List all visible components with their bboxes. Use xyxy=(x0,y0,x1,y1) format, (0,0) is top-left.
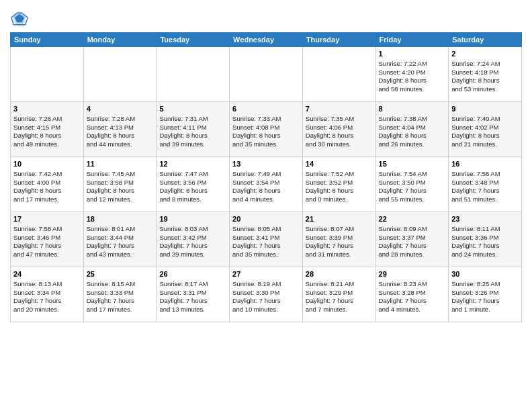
day-number: 12 xyxy=(159,159,226,169)
day-info: Sunrise: 7:40 AM Sunset: 4:02 PM Dayligh… xyxy=(451,115,519,149)
logo xyxy=(10,9,32,28)
day-number: 2 xyxy=(451,49,519,59)
calendar-header: SundayMondayTuesdayWednesdayThursdayFrid… xyxy=(11,33,522,47)
day-cell: 30Sunrise: 8:25 AM Sunset: 3:26 PM Dayli… xyxy=(449,267,522,322)
day-cell: 8Sunrise: 7:38 AM Sunset: 4:04 PM Daylig… xyxy=(375,102,449,157)
day-cell: 7Sunrise: 7:35 AM Sunset: 4:06 PM Daylig… xyxy=(302,102,375,157)
day-cell: 18Sunrise: 8:01 AM Sunset: 3:44 PM Dayli… xyxy=(83,212,157,267)
day-cell: 5Sunrise: 7:31 AM Sunset: 4:11 PM Daylig… xyxy=(157,102,230,157)
day-cell: 1Sunrise: 7:22 AM Sunset: 4:20 PM Daylig… xyxy=(375,47,449,102)
day-cell: 24Sunrise: 8:13 AM Sunset: 3:34 PM Dayli… xyxy=(11,267,84,322)
day-number: 18 xyxy=(87,214,154,224)
calendar: SundayMondayTuesdayWednesdayThursdayFrid… xyxy=(10,32,522,322)
day-number: 20 xyxy=(232,214,300,224)
weekday-thursday: Thursday xyxy=(302,33,375,47)
weekday-sunday: Sunday xyxy=(11,33,84,47)
day-cell: 16Sunrise: 7:56 AM Sunset: 3:48 PM Dayli… xyxy=(449,157,522,212)
day-number: 14 xyxy=(306,159,373,169)
day-cell: 17Sunrise: 7:58 AM Sunset: 3:46 PM Dayli… xyxy=(11,212,84,267)
logo-icon xyxy=(10,9,29,28)
day-info: Sunrise: 7:42 AM Sunset: 4:00 PM Dayligh… xyxy=(13,170,81,204)
day-number: 25 xyxy=(87,269,154,279)
page: SundayMondayTuesdayWednesdayThursdayFrid… xyxy=(0,0,532,411)
week-row-4: 17Sunrise: 7:58 AM Sunset: 3:46 PM Dayli… xyxy=(11,212,522,267)
weekday-saturday: Saturday xyxy=(449,33,522,47)
day-number: 28 xyxy=(306,269,373,279)
week-row-1: 1Sunrise: 7:22 AM Sunset: 4:20 PM Daylig… xyxy=(11,47,522,102)
day-info: Sunrise: 8:11 AM Sunset: 3:36 PM Dayligh… xyxy=(451,225,519,259)
day-cell: 15Sunrise: 7:54 AM Sunset: 3:50 PM Dayli… xyxy=(375,157,449,212)
day-info: Sunrise: 7:47 AM Sunset: 3:56 PM Dayligh… xyxy=(159,170,226,204)
day-number: 5 xyxy=(159,104,226,114)
day-cell: 28Sunrise: 8:21 AM Sunset: 3:29 PM Dayli… xyxy=(302,267,375,322)
day-cell: 3Sunrise: 7:26 AM Sunset: 4:15 PM Daylig… xyxy=(11,102,84,157)
day-number: 8 xyxy=(379,104,446,114)
day-info: Sunrise: 8:07 AM Sunset: 3:39 PM Dayligh… xyxy=(306,225,373,259)
day-cell: 10Sunrise: 7:42 AM Sunset: 4:00 PM Dayli… xyxy=(11,157,84,212)
weekday-monday: Monday xyxy=(83,33,157,47)
day-info: Sunrise: 7:35 AM Sunset: 4:06 PM Dayligh… xyxy=(306,115,373,149)
calendar-body: 1Sunrise: 7:22 AM Sunset: 4:20 PM Daylig… xyxy=(11,47,522,322)
day-info: Sunrise: 8:03 AM Sunset: 3:42 PM Dayligh… xyxy=(159,225,226,259)
day-number: 3 xyxy=(13,104,81,114)
day-info: Sunrise: 7:38 AM Sunset: 4:04 PM Dayligh… xyxy=(379,115,446,149)
day-info: Sunrise: 7:31 AM Sunset: 4:11 PM Dayligh… xyxy=(159,115,226,149)
day-info: Sunrise: 8:15 AM Sunset: 3:33 PM Dayligh… xyxy=(87,280,154,314)
day-number: 10 xyxy=(13,159,81,169)
weekday-wednesday: Wednesday xyxy=(230,33,303,47)
day-number: 11 xyxy=(87,159,154,169)
day-cell xyxy=(157,47,230,102)
day-cell: 27Sunrise: 8:19 AM Sunset: 3:30 PM Dayli… xyxy=(230,267,303,322)
day-info: Sunrise: 7:24 AM Sunset: 4:18 PM Dayligh… xyxy=(451,60,519,94)
day-number: 9 xyxy=(451,104,519,114)
day-cell: 6Sunrise: 7:33 AM Sunset: 4:08 PM Daylig… xyxy=(230,102,303,157)
day-cell: 25Sunrise: 8:15 AM Sunset: 3:33 PM Dayli… xyxy=(83,267,157,322)
weekday-row: SundayMondayTuesdayWednesdayThursdayFrid… xyxy=(11,33,522,47)
day-cell: 19Sunrise: 8:03 AM Sunset: 3:42 PM Dayli… xyxy=(157,212,230,267)
day-info: Sunrise: 8:05 AM Sunset: 3:41 PM Dayligh… xyxy=(232,225,300,259)
day-info: Sunrise: 7:54 AM Sunset: 3:50 PM Dayligh… xyxy=(379,170,446,204)
day-cell: 12Sunrise: 7:47 AM Sunset: 3:56 PM Dayli… xyxy=(157,157,230,212)
day-cell: 20Sunrise: 8:05 AM Sunset: 3:41 PM Dayli… xyxy=(230,212,303,267)
day-info: Sunrise: 8:19 AM Sunset: 3:30 PM Dayligh… xyxy=(232,280,300,314)
day-number: 27 xyxy=(232,269,300,279)
day-info: Sunrise: 7:33 AM Sunset: 4:08 PM Dayligh… xyxy=(232,115,300,149)
day-number: 24 xyxy=(13,269,81,279)
day-cell: 11Sunrise: 7:45 AM Sunset: 3:58 PM Dayli… xyxy=(83,157,157,212)
day-number: 16 xyxy=(451,159,519,169)
day-number: 13 xyxy=(232,159,300,169)
week-row-5: 24Sunrise: 8:13 AM Sunset: 3:34 PM Dayli… xyxy=(11,267,522,322)
day-info: Sunrise: 8:13 AM Sunset: 3:34 PM Dayligh… xyxy=(13,280,81,314)
day-cell: 29Sunrise: 8:23 AM Sunset: 3:28 PM Dayli… xyxy=(375,267,449,322)
day-cell: 9Sunrise: 7:40 AM Sunset: 4:02 PM Daylig… xyxy=(449,102,522,157)
day-cell: 14Sunrise: 7:52 AM Sunset: 3:52 PM Dayli… xyxy=(302,157,375,212)
day-number: 1 xyxy=(379,49,446,59)
day-cell: 4Sunrise: 7:28 AM Sunset: 4:13 PM Daylig… xyxy=(83,102,157,157)
day-number: 21 xyxy=(306,214,373,224)
week-row-2: 3Sunrise: 7:26 AM Sunset: 4:15 PM Daylig… xyxy=(11,102,522,157)
day-info: Sunrise: 8:23 AM Sunset: 3:28 PM Dayligh… xyxy=(379,280,446,314)
day-info: Sunrise: 8:01 AM Sunset: 3:44 PM Dayligh… xyxy=(87,225,154,259)
day-info: Sunrise: 7:56 AM Sunset: 3:48 PM Dayligh… xyxy=(451,170,519,204)
header-area xyxy=(10,7,522,28)
day-cell: 21Sunrise: 8:07 AM Sunset: 3:39 PM Dayli… xyxy=(302,212,375,267)
day-cell xyxy=(83,47,157,102)
day-info: Sunrise: 7:58 AM Sunset: 3:46 PM Dayligh… xyxy=(13,225,81,259)
day-number: 17 xyxy=(13,214,81,224)
day-info: Sunrise: 8:21 AM Sunset: 3:29 PM Dayligh… xyxy=(306,280,373,314)
day-info: Sunrise: 7:28 AM Sunset: 4:13 PM Dayligh… xyxy=(87,115,154,149)
day-info: Sunrise: 7:45 AM Sunset: 3:58 PM Dayligh… xyxy=(87,170,154,204)
day-number: 29 xyxy=(379,269,446,279)
day-cell xyxy=(302,47,375,102)
day-info: Sunrise: 8:17 AM Sunset: 3:31 PM Dayligh… xyxy=(159,280,226,314)
weekday-friday: Friday xyxy=(375,33,449,47)
weekday-tuesday: Tuesday xyxy=(157,33,230,47)
day-number: 19 xyxy=(159,214,226,224)
day-number: 15 xyxy=(379,159,446,169)
day-number: 4 xyxy=(87,104,154,114)
day-cell: 2Sunrise: 7:24 AM Sunset: 4:18 PM Daylig… xyxy=(449,47,522,102)
day-cell xyxy=(230,47,303,102)
day-cell: 23Sunrise: 8:11 AM Sunset: 3:36 PM Dayli… xyxy=(449,212,522,267)
day-number: 30 xyxy=(451,269,519,279)
week-row-3: 10Sunrise: 7:42 AM Sunset: 4:00 PM Dayli… xyxy=(11,157,522,212)
